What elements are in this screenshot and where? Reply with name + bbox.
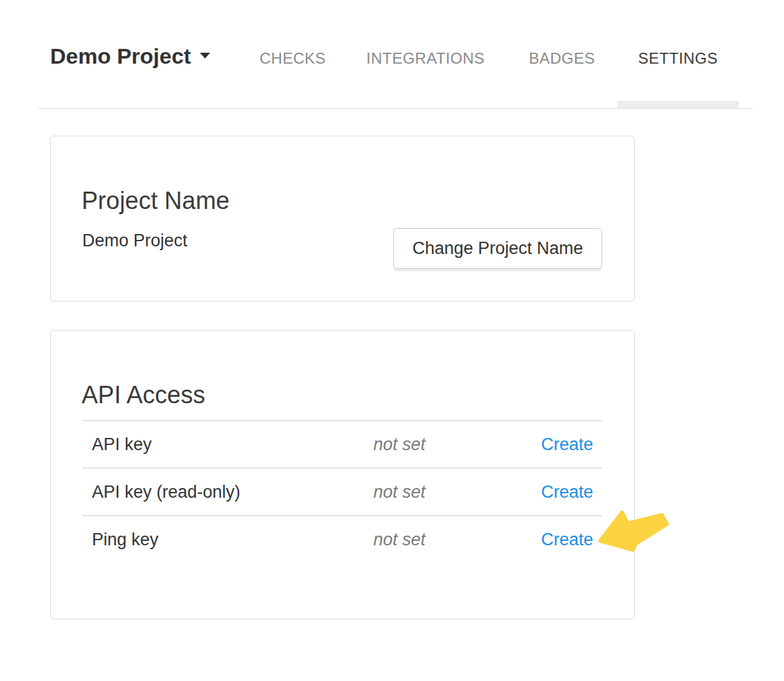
table-row-ping-key: Ping key not set Create (82, 515, 603, 563)
key-name-label: API key (read-only) (92, 482, 373, 502)
tab-checks[interactable]: CHECKS (260, 51, 326, 66)
tab-badges[interactable]: BADGES (529, 51, 595, 66)
key-value-text: not set (373, 482, 541, 502)
tab-settings[interactable]: SETTINGS (638, 51, 718, 66)
api-keys-table: API key not set Create API key (read-onl… (82, 420, 603, 563)
key-value-text: not set (373, 530, 541, 549)
tab-integrations[interactable]: INTEGRATIONS (366, 51, 485, 66)
chevron-down-icon (200, 53, 210, 59)
key-value-text: not set (373, 435, 541, 454)
api-access-card-title: API Access (82, 381, 205, 409)
create-api-key-link[interactable]: Create (541, 435, 593, 454)
create-readonly-api-key-link[interactable]: Create (541, 482, 593, 502)
change-project-name-button[interactable]: Change Project Name (393, 228, 602, 269)
table-row-api-key: API key not set Create (82, 420, 603, 468)
project-name-card: Project Name Demo Project Change Project… (50, 136, 635, 302)
header-divider (38, 108, 753, 109)
settings-page: Demo Project CHECKS INTEGRATIONS BADGES … (0, 0, 784, 681)
create-ping-key-link[interactable]: Create (541, 530, 593, 549)
api-access-card: API Access API key not set Create API ke… (50, 330, 635, 619)
project-switcher-label: Demo Project (50, 44, 191, 68)
project-switcher-dropdown[interactable]: Demo Project (50, 44, 210, 68)
project-name-card-title: Project Name (82, 186, 229, 215)
table-row-api-key-readonly: API key (read-only) not set Create (82, 468, 603, 515)
key-name-label: API key (92, 435, 373, 454)
current-project-name: Demo Project (82, 230, 188, 251)
key-name-label: Ping key (92, 530, 373, 549)
